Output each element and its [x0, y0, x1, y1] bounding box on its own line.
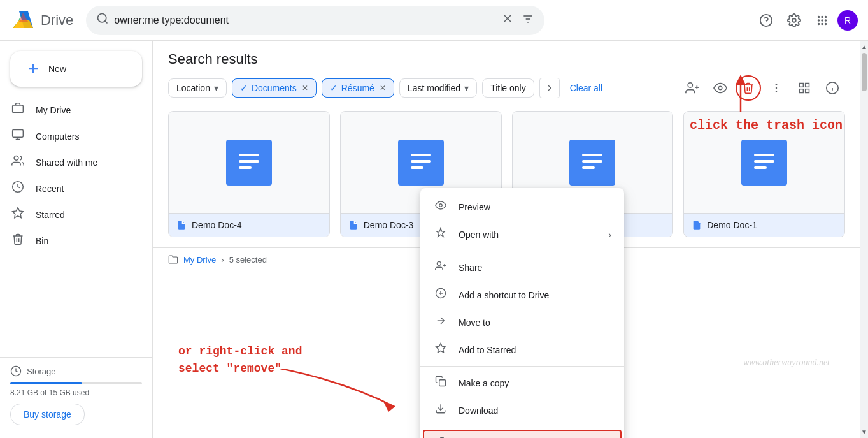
breadcrumb-separator: › — [221, 255, 224, 265]
more-options-button[interactable] — [764, 75, 789, 101]
filter-chevron-right-button[interactable] — [539, 78, 560, 98]
breadcrumb-selected: 5 selected — [229, 255, 267, 265]
svg-rect-49 — [239, 166, 252, 169]
file-card-doc1[interactable]: Demo Doc-1 — [683, 111, 845, 237]
svg-point-20 — [825, 19, 827, 22]
shared-label: Shared with me — [36, 157, 97, 168]
resume-filter-chip[interactable]: ✓ Résumé ✕ — [322, 78, 394, 98]
share-menu-label: Share — [459, 263, 611, 273]
recent-icon — [10, 180, 25, 196]
help-button[interactable] — [753, 8, 779, 33]
menu-item-preview[interactable]: Preview — [420, 193, 624, 221]
open-with-menu-label: Open with — [459, 230, 598, 240]
svg-point-33 — [688, 83, 692, 87]
scrollbar-down-arrow[interactable]: ▼ — [861, 428, 867, 435]
svg-rect-56 — [754, 154, 774, 156]
svg-point-16 — [821, 15, 823, 18]
sidebar-item-my-drive[interactable]: My Drive — [0, 97, 142, 123]
svg-marker-66 — [436, 344, 446, 353]
breadcrumb-my-drive[interactable]: My Drive — [183, 255, 216, 265]
info-button[interactable] — [820, 75, 845, 101]
app-title: Drive — [41, 12, 73, 29]
toolbar-right — [679, 75, 845, 101]
bin-label: Bin — [36, 236, 48, 246]
recent-label: Recent — [36, 184, 64, 194]
svg-rect-26 — [13, 105, 24, 113]
menu-item-download[interactable]: Download — [420, 397, 624, 424]
last-modified-filter-chip[interactable]: Last modified ▾ — [399, 78, 477, 98]
logo-area: Drive — [10, 8, 73, 33]
last-modified-dropdown-icon: ▾ — [464, 83, 469, 93]
location-label: Location — [176, 83, 210, 93]
add-shortcut-menu-icon — [433, 288, 448, 302]
sidebar-item-shared[interactable]: Shared with me — [0, 149, 142, 175]
scrollbar-handle[interactable] — [862, 53, 867, 91]
svg-point-38 — [776, 87, 778, 89]
svg-rect-41 — [806, 84, 809, 87]
apps-button[interactable] — [809, 8, 835, 33]
sidebar-item-computers[interactable]: Computers — [0, 123, 142, 149]
chevron-right-icon — [544, 83, 555, 93]
documents-close-icon[interactable]: ✕ — [302, 84, 308, 92]
svg-point-15 — [818, 15, 820, 18]
file-card-doc4[interactable]: Demo Doc-4 — [168, 111, 330, 237]
context-menu: Preview Open with › Share — [420, 188, 624, 438]
menu-item-share[interactable]: Share — [420, 254, 624, 281]
buy-storage-button[interactable]: Buy storage — [10, 404, 85, 425]
add-starred-menu-label: Add to Starred — [459, 345, 611, 355]
svg-rect-51 — [411, 160, 431, 163]
add-person-button[interactable] — [679, 75, 705, 101]
sidebar: New My Drive Computers — [0, 41, 153, 438]
content-header: Search results Location ▾ ✓ Documents ✕ — [153, 41, 860, 101]
grid-view-button[interactable] — [792, 75, 817, 101]
svg-rect-52 — [411, 166, 423, 169]
add-starred-menu-icon — [433, 342, 448, 357]
search-filter-icon[interactable] — [522, 13, 534, 27]
settings-button[interactable] — [781, 8, 807, 33]
trash-button[interactable] — [736, 75, 761, 101]
make-copy-menu-icon — [433, 376, 448, 390]
download-menu-icon — [433, 403, 448, 418]
sidebar-item-starred[interactable]: Starred — [0, 201, 142, 228]
search-box — [86, 6, 544, 35]
svg-rect-50 — [411, 154, 431, 156]
user-avatar[interactable]: R — [837, 10, 858, 31]
drive-logo — [10, 8, 36, 33]
page-title: Search results — [168, 51, 845, 68]
file-footer-doc1: Demo Doc-1 — [684, 214, 844, 237]
info-icon — [825, 81, 839, 95]
download-menu-label: Download — [459, 405, 611, 416]
breadcrumb-folder-icon — [168, 254, 178, 265]
title-only-filter-chip[interactable]: Title only — [482, 78, 534, 98]
svg-point-17 — [825, 15, 827, 18]
sidebar-item-bin[interactable]: Bin — [0, 228, 142, 254]
menu-item-remove[interactable]: Remove — [423, 430, 622, 438]
menu-item-move-to[interactable]: Move to — [420, 309, 624, 336]
resume-close-icon[interactable]: ✕ — [380, 84, 386, 92]
menu-item-add-starred[interactable]: Add to Starred — [420, 336, 624, 363]
search-input[interactable] — [114, 15, 496, 26]
scrollbar-up-arrow[interactable]: ▲ — [861, 43, 867, 50]
documents-filter-chip[interactable]: ✓ Documents ✕ — [232, 78, 317, 98]
svg-rect-40 — [800, 84, 804, 87]
location-filter-chip[interactable]: Location ▾ — [168, 78, 227, 98]
sidebar-item-recent[interactable]: Recent — [0, 175, 142, 201]
eye-icon — [713, 81, 727, 95]
menu-item-make-copy[interactable]: Make a copy — [420, 369, 624, 397]
search-clear-button[interactable] — [501, 12, 514, 28]
menu-item-open-with[interactable]: Open with › — [420, 221, 624, 248]
grid-view-icon — [798, 82, 811, 94]
svg-rect-53 — [582, 154, 602, 156]
storage-section: Storage 8.21 GB of 15 GB used Buy storag… — [0, 357, 152, 433]
storage-bar-fill — [10, 382, 82, 384]
shared-icon — [10, 154, 25, 170]
svg-rect-42 — [800, 89, 804, 93]
new-button[interactable]: New — [10, 51, 142, 87]
doc-lines-icon-2 — [406, 147, 436, 178]
menu-item-add-shortcut[interactable]: Add a shortcut to Drive — [420, 281, 624, 309]
open-with-arrow-icon: › — [608, 230, 611, 240]
file-name-doc1: Demo Doc-1 — [707, 220, 757, 230]
preview-button[interactable] — [708, 75, 733, 101]
svg-point-36 — [718, 86, 722, 90]
clear-all-button[interactable]: Clear all — [565, 80, 608, 96]
